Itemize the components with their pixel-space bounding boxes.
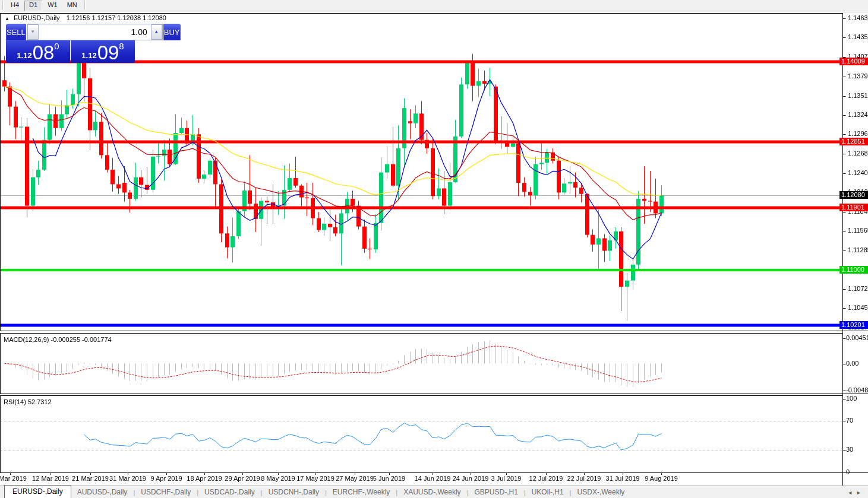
date-axis-label: 31 Jul 2019 — [606, 475, 640, 482]
tab-usdcad-daily[interactable]: USDCAD-,Daily — [198, 486, 261, 498]
rsi-scale-label: 70 — [846, 417, 853, 424]
macd-scale-label: -0.004806 — [846, 386, 868, 394]
date-axis-label: 9 Aug 2019 — [645, 475, 678, 482]
date-axis-label: 12 Mar 2019 — [32, 475, 69, 482]
price-tag-112851: 1.12851 — [839, 138, 868, 145]
price-tag-110201: 1.10201 — [839, 321, 868, 329]
rsi-scale-label: 0 — [846, 468, 850, 475]
tab-usdx-weekly[interactable]: USDX-,Weekly — [572, 486, 631, 498]
tabs-scroll-left-icon[interactable]: ◄ — [847, 490, 856, 496]
date-axis-label: 3 Jul 2019 — [491, 475, 522, 482]
one-click-trading-panel: SELL ▼ ▲ BUY 1.12 08 0 1.12 09 8 — [6, 24, 135, 63]
chart-canvas[interactable] — [0, 0, 868, 498]
tab-gbpusd-h1[interactable]: GBPUSD-,H1 — [468, 486, 523, 498]
price-axis-tick-label: 1.11285 — [848, 246, 868, 253]
date-axis-label: 24 Jun 2019 — [453, 475, 489, 482]
chevron-up-icon: ▲ — [154, 29, 159, 34]
volume-input[interactable] — [39, 24, 151, 40]
buy-price-sup: 8 — [119, 42, 124, 50]
rsi-indicator-label: RSI(14) 52.7312 — [4, 398, 52, 405]
sell-price-big: 08 — [33, 44, 55, 62]
macd-scale-label: 0.00 — [846, 360, 858, 367]
date-axis-label: 9 Apr 2019 — [150, 475, 182, 482]
tab-scroll-arrows: ◄► — [847, 490, 865, 496]
price-tag-114009: 1.14009 — [839, 58, 868, 65]
buy-price-prefix: 1.12 — [81, 51, 96, 60]
price-axis-tick-label: 1.14355 — [848, 33, 868, 40]
tab-eurusd-daily[interactable]: EURUSD-,Daily — [4, 485, 71, 498]
date-axis-label: 27 May 2019 — [336, 475, 374, 482]
date-axis-label: 8 May 2019 — [261, 475, 295, 482]
tab-xauusd-weekly[interactable]: XAUUSD-,Weekly — [397, 486, 466, 498]
volume-increase-button[interactable]: ▲ — [151, 24, 162, 40]
collapse-trade-panel-icon[interactable]: ▲ — [5, 16, 10, 21]
date-axis-label: 17 May 2019 — [296, 475, 334, 482]
date-axis-label: 21 Mar 2019 — [72, 475, 109, 482]
macd-scale-label: 0.004517 — [846, 334, 868, 341]
date-axis-label: 3 Mar 2019 — [0, 475, 27, 482]
buy-button[interactable]: BUY — [163, 24, 181, 40]
date-axis-label: 14 Jun 2019 — [415, 475, 451, 482]
date-axis-label: 5 Jun 2019 — [373, 475, 405, 482]
price-tag-111000: 1.11000 — [839, 266, 868, 274]
trading-platform-window: H4D1W1MN ▲ EURUSD-,Daily 1.12156 1.12157… — [0, 0, 868, 498]
price-axis-tick-label: 1.14635 — [848, 14, 868, 21]
price-axis-tick-label: 1.11565 — [848, 227, 868, 234]
price-axis-tick-label: 1.12400 — [848, 169, 868, 176]
rsi-scale-label: 100 — [846, 395, 857, 402]
price-tag-111901: 1.11901 — [839, 204, 868, 211]
tab-ukoil-h1[interactable]: UKOil-,H1 — [526, 486, 570, 498]
date-axis-label: 12 Jul 2019 — [529, 475, 563, 482]
date-axis-label: 18 Apr 2019 — [187, 475, 222, 482]
buy-price-button[interactable]: 1.12 09 8 — [71, 40, 135, 63]
volume-spinner: ▼ ▲ — [27, 24, 163, 40]
chart-symbol-info: ▲ EURUSD-,Daily 1.12156 1.12157 1.12038 … — [5, 14, 166, 21]
tabs-scroll-right-icon[interactable]: ► — [856, 490, 865, 496]
sell-price-button[interactable]: 1.12 08 0 — [6, 40, 70, 63]
tab-usdchf-daily[interactable]: USDCHF-,Daily — [135, 486, 197, 498]
date-axis-label: 29 Apr 2019 — [225, 475, 260, 482]
tab-eurchf-weekly[interactable]: EURCHF-,Weekly — [327, 486, 396, 498]
price-axis-tick-label: 1.10450 — [848, 304, 868, 311]
date-axis-label: 22 Jul 2019 — [567, 475, 601, 482]
chart-ohlc-values: 1.12156 1.12157 1.12038 1.12080 — [67, 14, 166, 21]
price-axis-tick-label: 1.12960 — [848, 130, 868, 137]
price-axis-tick-label: 1.12680 — [848, 150, 868, 157]
price-axis-tick-label: 1.10725 — [848, 285, 868, 292]
sell-button[interactable]: SELL — [6, 24, 26, 40]
price-axis-tick-label: 1.13240 — [848, 111, 868, 118]
price-tag-112080: 1.12080 — [839, 191, 868, 199]
symbol-tab-bar: EURUSD-,DailyAUDUSD-,Daily|USDCHF-,Daily… — [0, 486, 868, 498]
chart-symbol-label: EURUSD-,Daily — [14, 14, 60, 21]
volume-decrease-button[interactable]: ▼ — [27, 24, 39, 40]
sell-price-prefix: 1.12 — [17, 51, 31, 60]
price-axis-tick-label: 1.13515 — [848, 92, 868, 99]
tab-audusd-daily[interactable]: AUDUSD-,Daily — [71, 486, 134, 498]
tab-usdcnh-daily[interactable]: USDCNH-,Daily — [263, 486, 325, 498]
sell-price-sup: 0 — [54, 42, 59, 50]
price-axis-tick-label: 1.13795 — [848, 72, 868, 80]
macd-indicator-label: MACD(12,26,9) -0.000255 -0.001774 — [4, 336, 112, 343]
rsi-scale-label: 30 — [846, 446, 853, 453]
buy-price-big: 09 — [97, 44, 119, 62]
date-axis-label: 31 Mar 2019 — [109, 475, 146, 482]
chevron-down-icon: ▼ — [30, 29, 35, 34]
